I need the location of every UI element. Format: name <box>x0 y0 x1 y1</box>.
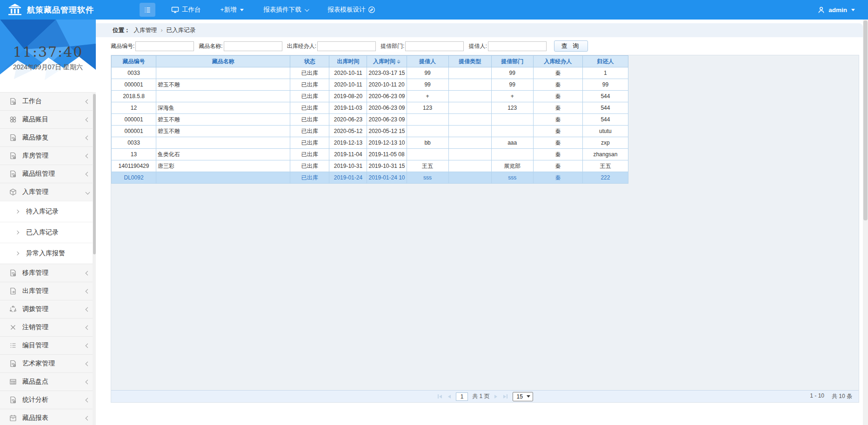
sidebar-item[interactable]: 藏品修复 <box>0 128 96 146</box>
page-number-input[interactable] <box>456 392 468 401</box>
table-cell: 2020-06-23 09 <box>367 114 407 126</box>
sidebar-item[interactable]: 入库管理 <box>0 183 96 201</box>
sort-icon[interactable] <box>397 60 401 64</box>
table-cell: 秦 <box>533 91 582 102</box>
last-page-button[interactable] <box>502 393 508 399</box>
sidebar-item[interactable]: 藏品报表 <box>0 409 96 425</box>
table-row[interactable]: 0033已出库2019-12-132019-12-13 10bbaaa秦zxp <box>112 137 628 149</box>
prev-page-button[interactable] <box>447 394 452 399</box>
sidebar-subitem[interactable]: 待入库记录 <box>0 201 96 222</box>
search-input[interactable] <box>488 41 547 51</box>
breadcrumb-item[interactable]: 入库管理 <box>134 27 157 34</box>
datagrid-panel: 藏品编号藏品名称状态出库时间入库时间提借人提借类型提借部门入库经办人归还人003… <box>111 55 859 403</box>
topbar-item[interactable]: 报表模板设计 <box>327 6 375 14</box>
chevron-left-icon <box>86 289 90 293</box>
hamburger-icon <box>144 7 151 13</box>
column-header[interactable]: 入库时间 <box>367 56 407 67</box>
table-row[interactable]: 13鱼类化石已出库2019-11-042019-11-05 08秦zhangsa… <box>112 149 628 160</box>
sidebar-subitem[interactable]: 异常入库报警 <box>0 243 96 264</box>
column-header[interactable]: 藏品名称 <box>156 56 290 67</box>
user-caret-icon <box>851 9 855 11</box>
column-header[interactable]: 藏品编号 <box>112 56 156 67</box>
topbar-item-label: 工作台 <box>182 6 201 14</box>
table-cell <box>407 126 448 137</box>
total-count-label: 共 10 条 <box>832 392 852 400</box>
column-header[interactable]: 提借人 <box>407 56 448 67</box>
column-header[interactable]: 提借部门 <box>491 56 533 67</box>
close-icon <box>9 324 17 331</box>
table-cell <box>448 160 491 172</box>
calendar-icon <box>9 414 17 422</box>
page-scrollbar-thumb[interactable] <box>863 20 868 220</box>
user-menu[interactable]: admin <box>817 6 868 14</box>
table-row[interactable]: 2018.5.8已出库2019-08-202020-06-23 09++秦544 <box>112 91 628 102</box>
sidebar-scrollbar-thumb[interactable] <box>93 94 96 254</box>
clock-date: 2024年09月07日 星期六 <box>0 63 96 72</box>
table-cell: 2019-11-05 08 <box>367 149 407 160</box>
sidebar-item-label: 出库管理 <box>22 287 86 295</box>
column-header-label: 状态 <box>304 58 315 66</box>
column-header[interactable]: 提借类型 <box>448 56 491 67</box>
table-cell: 222 <box>582 172 628 184</box>
column-header[interactable]: 状态 <box>290 56 329 67</box>
table-row[interactable]: 1401190429唐三彩已出库2019-10-312019-10-31 15王… <box>112 160 628 172</box>
file-icon <box>9 269 17 277</box>
breadcrumb-item[interactable]: 已入库记录 <box>167 27 196 34</box>
sidebar-item[interactable]: 藏品账目 <box>0 110 96 128</box>
menu-toggle-button[interactable] <box>140 3 155 17</box>
sidebar-item[interactable]: 移库管理 <box>0 264 96 282</box>
search-input[interactable] <box>317 41 376 51</box>
sidebar-item[interactable]: 工作台 <box>0 92 96 110</box>
search-field: 藏品名称: <box>199 41 282 51</box>
topbar-item[interactable]: +新增 <box>220 6 244 14</box>
sidebar-item[interactable]: 注销管理 <box>0 318 96 336</box>
table-cell: 2019-01-24 <box>329 172 367 184</box>
table-cell: 2018.5.8 <box>112 91 156 102</box>
table-row[interactable]: 0033已出库2020-10-112023-03-17 159999秦1 <box>112 67 628 79</box>
sidebar-item[interactable]: 藏品盘点 <box>0 372 96 391</box>
sidebar-item[interactable]: 艺术家管理 <box>0 354 96 372</box>
sidebar-item[interactable]: 统计分析 <box>0 391 96 409</box>
topbar-item[interactable]: 报表插件下载 <box>263 6 308 14</box>
table-cell: + <box>491 91 533 102</box>
table-cell <box>448 149 491 160</box>
table-cell: 99 <box>582 79 628 91</box>
table-cell: 碧玉不雕 <box>156 126 290 137</box>
caret-down-icon <box>240 9 244 11</box>
table-row[interactable]: 000001碧玉不雕已出库2020-05-122020-05-12 15秦utu… <box>112 126 628 137</box>
query-button[interactable]: 查 询 <box>554 40 588 52</box>
search-input[interactable] <box>135 41 194 51</box>
page-scrollbar[interactable] <box>863 20 868 425</box>
search-input[interactable] <box>405 41 464 51</box>
search-input[interactable] <box>224 41 282 51</box>
breadcrumb-separator: › <box>161 27 163 33</box>
table-row[interactable]: DL0092已出库2019-01-242019-01-24 10ssssss秦2… <box>112 172 628 184</box>
topbar-item[interactable]: 工作台 <box>171 6 201 14</box>
table-row[interactable]: 12深海鱼已出库2019-11-032020-06-23 09123123秦54… <box>112 102 628 114</box>
column-header[interactable]: 入库经办人 <box>533 56 582 67</box>
table-cell: DL0092 <box>112 172 156 184</box>
table-row[interactable]: 000001碧玉不雕已出库2020-10-112020-10-11 209999… <box>112 79 628 91</box>
column-header-label: 入库时间 <box>373 58 395 66</box>
first-page-button[interactable] <box>437 393 443 399</box>
sidebar-item[interactable]: 调拨管理 <box>0 300 96 318</box>
circles-icon <box>9 116 17 123</box>
column-header[interactable]: 归还人 <box>582 56 628 67</box>
table-row[interactable]: 000001碧玉不雕已出库2020-06-232020-06-23 09秦544 <box>112 114 628 126</box>
sidebar-item[interactable]: 出库管理 <box>0 282 96 300</box>
sidebar-item[interactable]: 编目管理 <box>0 336 96 354</box>
table-cell: 鱼类化石 <box>156 149 290 160</box>
page-size-select[interactable]: 15 <box>513 392 533 401</box>
sidebar-item[interactable]: 库房管理 <box>0 146 96 165</box>
table-cell <box>448 67 491 79</box>
sidebar-item[interactable]: 藏品组管理 <box>0 165 96 183</box>
column-header[interactable]: 出库时间 <box>329 56 367 67</box>
table-cell: 2019-10-31 15 <box>367 160 407 172</box>
table-cell: 0033 <box>112 137 156 149</box>
table-cell: 碧玉不雕 <box>156 114 290 126</box>
sidebar-subitem[interactable]: 已入库记录 <box>0 222 96 243</box>
sidebar-scrollbar[interactable] <box>93 92 96 425</box>
table-cell: 2019-12-13 10 <box>367 137 407 149</box>
next-page-button[interactable] <box>494 394 498 399</box>
table-cell: zhangsan <box>582 149 628 160</box>
